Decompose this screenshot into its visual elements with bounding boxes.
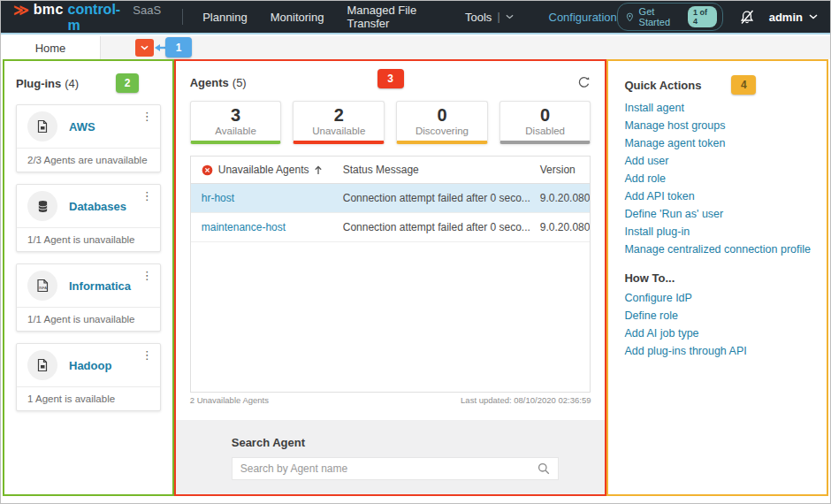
svg-text:INFA: INFA (39, 286, 47, 290)
kebab-menu-icon[interactable]: ⋮ (141, 270, 153, 281)
column-header-version[interactable]: Version (540, 164, 591, 176)
disabled-count: 0 (500, 105, 591, 126)
link-add-plug-ins-through-api[interactable]: Add plug-ins through API (624, 347, 811, 356)
last-updated-text: Last updated: 08/10/2020 02:36:59 (461, 395, 591, 405)
link-install-plug-in[interactable]: Install plug-in (624, 227, 811, 237)
annotation-badge-4: 4 (731, 75, 756, 95)
link-install-agent[interactable]: Install agent (624, 103, 811, 113)
app-window: ≫ bmc control-m SaaS Planning Monitoring… (0, 0, 831, 504)
plugins-panel: Plug-ins (4) 2 ⋮ AWS 2/3 Agents are unav… (3, 59, 174, 496)
tab-home[interactable]: Home (1, 36, 101, 59)
agent-search-section: Search Agent (176, 420, 606, 494)
plugins-count: (4) (65, 77, 79, 90)
link-define-run-as-user[interactable]: Define 'Run as' user (624, 210, 811, 219)
link-define-role[interactable]: Define role (624, 311, 811, 321)
notifications-muted-icon[interactable] (739, 10, 755, 25)
available-count: 3 (191, 105, 281, 126)
user-menu[interactable]: admin (769, 11, 818, 24)
nav-divider (182, 9, 183, 25)
new-workspace-dropdown-button[interactable] (135, 39, 154, 57)
kebab-menu-icon[interactable]: ⋮ (141, 349, 153, 361)
summary-card-available[interactable]: 3 Available (190, 101, 282, 144)
summary-card-disabled[interactable]: 0 Disabled (499, 101, 591, 144)
link-add-api-token[interactable]: Add API token (624, 192, 811, 202)
sort-ascending-icon (314, 165, 323, 175)
username: admin (769, 11, 803, 24)
menu-item-managed-file-transfer[interactable]: Managed File Transfer (347, 4, 442, 30)
row-count-text: 2 Unavailable Agents (190, 395, 269, 405)
chevron-down-icon (506, 14, 514, 19)
refresh-icon[interactable] (577, 76, 591, 89)
get-started-label: Get Started (639, 6, 682, 27)
summary-card-discovering[interactable]: 0 Discovering (396, 101, 488, 144)
get-started-button[interactable]: Get Started 1 of 4 (617, 3, 723, 31)
column-header-unavailable-agents[interactable]: Unavailable Agents (191, 164, 343, 176)
quick-actions-links: Install agent Manage host groups Manage … (624, 103, 811, 255)
plugin-name-link[interactable]: Hadoop (69, 359, 111, 372)
logo-product-text: control-m (68, 2, 126, 34)
search-agent-label: Search Agent (232, 436, 606, 449)
link-manage-host-groups[interactable]: Manage host groups (624, 121, 811, 131)
annotation-badge-1: 1 (165, 37, 192, 57)
top-navbar: ≫ bmc control-m SaaS Planning Monitoring… (1, 1, 830, 34)
quick-actions-title-text: Quick Actions (624, 79, 701, 92)
plugin-card-databases[interactable]: ⋮ Databases 1/1 Agent is unavailable (16, 184, 161, 252)
menu-item-tools[interactable]: Tools | (465, 11, 513, 24)
plugin-status: 2/3 Agents are unavailable (17, 148, 160, 172)
link-add-user[interactable]: Add user (624, 157, 811, 166)
plugin-name-link[interactable]: Databases (69, 200, 126, 213)
unavailable-agents-table: Unavailable Agents Status Message Versio… (190, 156, 591, 393)
agent-name-link[interactable]: hr-host (202, 192, 234, 204)
agents-main: 3 Agents (5) 3 Available (176, 61, 606, 420)
search-icon[interactable] (537, 462, 550, 475)
agent-search-input[interactable] (240, 462, 537, 475)
plugin-card-aws[interactable]: ⋮ AWS 2/3 Agents are unavailable (16, 104, 161, 172)
annotation-badge-3: 3 (377, 69, 404, 88)
tools-divider: | (497, 11, 499, 23)
unavailable-count: 2 (294, 105, 384, 126)
plugins-title-text: Plug-ins (16, 77, 61, 90)
unavailable-label: Unavailable (294, 126, 384, 139)
agent-search-box[interactable] (232, 457, 559, 480)
bmc-chevrons-icon: ≫ (13, 1, 29, 19)
link-configure-idp[interactable]: Configure IdP (624, 294, 811, 303)
table-row[interactable]: hr-host Connection attempt failed after … (191, 184, 591, 213)
discovering-count: 0 (397, 105, 487, 126)
plugin-card-header: AWS (17, 105, 160, 148)
column-header-status-message[interactable]: Status Message (343, 164, 540, 176)
informatica-file-icon: INFA (27, 271, 57, 301)
chevron-down-icon (809, 14, 818, 19)
link-add-role[interactable]: Add role (624, 174, 811, 184)
table-footer: 2 Unavailable Agents Last updated: 08/10… (190, 395, 591, 405)
menu-item-monitoring[interactable]: Monitoring (271, 11, 324, 24)
discovering-label: Discovering (397, 126, 487, 139)
database-icon (27, 191, 57, 221)
menu-item-tools-label: Tools (465, 11, 492, 24)
table-row[interactable]: maintenance-host Connection attempt fail… (191, 213, 591, 242)
plugin-name-link[interactable]: AWS (69, 120, 95, 134)
table-header-row[interactable]: Unavailable Agents Status Message Versio… (191, 157, 591, 184)
how-to-title: How To... (624, 271, 811, 285)
plugin-card-hadoop[interactable]: ⋮ Hadoop 1 Agent is available (16, 343, 161, 411)
plugin-card-header: Hadoop (17, 344, 160, 386)
how-to-links: Configure IdP Define role Add AI job typ… (624, 294, 811, 356)
status-message-cell: Connection attempt failed after 0 seco..… (343, 192, 540, 204)
plugin-name-link[interactable]: Informatica (69, 279, 131, 293)
chevron-down-icon (141, 45, 149, 50)
logo-bmc-text: bmc (34, 2, 64, 18)
kebab-menu-icon[interactable]: ⋮ (141, 190, 153, 202)
file-icon (27, 350, 57, 380)
summary-card-unavailable[interactable]: 2 Unavailable (293, 101, 385, 144)
kebab-menu-icon[interactable]: ⋮ (141, 111, 153, 122)
plugin-card-informatica[interactable]: ⋮ INFA Informatica 1/1 Agent is unavaila… (16, 263, 161, 332)
workspace-tabbar: Home 1 (1, 36, 830, 59)
bmc-logo: ≫ bmc control-m SaaS (13, 0, 161, 34)
agent-summary-cards: 3 Available 2 Unavailable 0 Discovering … (190, 101, 591, 144)
link-add-ai-job-type[interactable]: Add AI job type (624, 329, 811, 339)
link-manage-agent-token[interactable]: Manage agent token (624, 139, 811, 149)
disabled-label: Disabled (500, 126, 591, 139)
agent-name-link[interactable]: maintenance-host (202, 221, 286, 233)
menu-item-configuration[interactable]: Configuration (549, 11, 617, 24)
menu-item-planning[interactable]: Planning (202, 11, 248, 24)
link-manage-centralized-connection-profile[interactable]: Manage centralized connection profile (624, 245, 811, 255)
